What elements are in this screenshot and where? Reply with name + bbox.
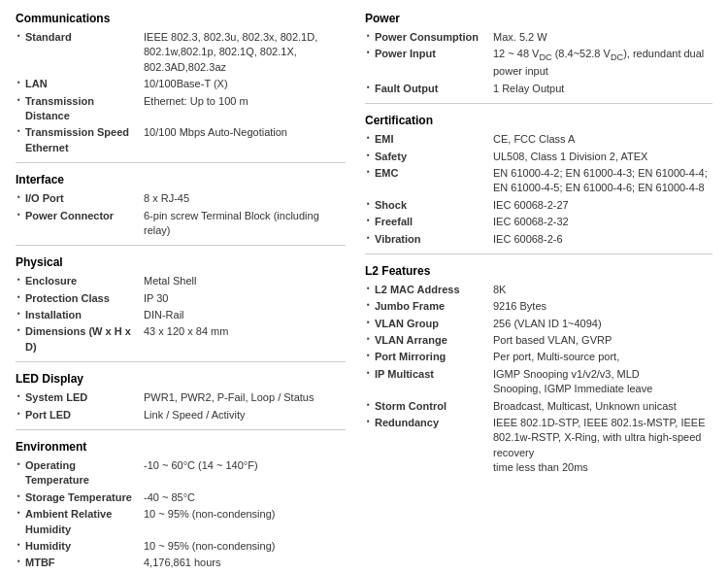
spec-value: IGMP Snooping v1/v2/v3, MLDSnooping, IGM… — [491, 366, 712, 398]
spec-value: PWR1, PWR2, P-Fail, Loop / Status — [142, 389, 346, 406]
spec-label: IP Multicast — [365, 366, 491, 398]
led-title: LED Display — [16, 372, 346, 386]
table-row: VLAN Arrange Port based VLAN, GVRP — [365, 332, 712, 349]
table-row: Storage Temperature -40 ~ 85°C — [16, 490, 346, 506]
spec-label: Humidity — [16, 538, 142, 555]
spec-label: LAN — [16, 76, 142, 92]
spec-value: IEEE 802.1D-STP, IEEE 802.1s-MSTP, IEEE8… — [491, 415, 712, 477]
communications-table: Standard IEEE 802.3, 802.3u, 802.3x, 802… — [16, 29, 346, 156]
table-row: Safety UL508, Class 1 Division 2, ATEX — [365, 149, 712, 165]
table-row: Power Connector 6-pin screw Terminal Blo… — [16, 208, 346, 240]
spec-value: IEC 60068-2-6 — [491, 231, 712, 248]
spec-label: Vibration — [365, 231, 491, 248]
spec-value: Ethernet: Up to 100 m — [142, 93, 346, 125]
spec-value: 9216 Bytes — [491, 298, 712, 315]
table-row: I/O Port 8 x RJ-45 — [16, 190, 346, 207]
spec-value: 10 ~ 95% (non-condensing) — [142, 538, 346, 555]
spec-label: Power Connector — [16, 208, 142, 240]
spec-label: Protection Class — [16, 290, 142, 307]
table-row: Vibration IEC 60068-2-6 — [365, 231, 712, 248]
table-row: LAN 10/100Base-T (X) — [16, 76, 346, 92]
communications-title: Communications — [16, 12, 346, 25]
spec-value: Port based VLAN, GVRP — [491, 332, 712, 349]
spec-label: Storage Temperature — [16, 490, 142, 506]
table-row: Jumbo Frame 9216 Bytes — [365, 298, 712, 315]
table-row: Storm Control Broadcast, Multicast, Unkn… — [365, 398, 712, 415]
table-row: Power Input 12 ~ 48 VDC (8.4~52.8 VDC), … — [365, 46, 712, 80]
power-table: Power Consumption Max. 5.2 W Power Input… — [365, 29, 712, 97]
table-row: EMC EN 61000-4-2; EN 61000-4-3; EN 61000… — [365, 165, 712, 197]
spec-label: Safety — [365, 149, 491, 165]
table-row: Power Consumption Max. 5.2 W — [365, 29, 712, 46]
spec-value: UL508, Class 1 Division 2, ATEX — [491, 149, 712, 165]
l2-table: L2 MAC Address 8K Jumbo Frame 9216 Bytes… — [365, 282, 712, 477]
certification-table: EMI CE, FCC Class A Safety UL508, Class … — [365, 131, 712, 248]
spec-label: EMI — [365, 131, 491, 148]
table-row: Transmission Distance Ethernet: Up to 10… — [16, 93, 346, 125]
spec-label: Shock — [365, 197, 491, 214]
spec-label: Transmission Speed Ethernet — [16, 124, 142, 156]
right-column: Power Power Consumption Max. 5.2 W Power… — [365, 12, 712, 574]
table-row: Freefall IEC 60068-2-32 — [365, 214, 712, 230]
spec-value: 8 x RJ-45 — [142, 190, 346, 207]
spec-value: 6-pin screw Terminal Block (including re… — [142, 208, 346, 240]
spec-value: 8K — [491, 282, 712, 298]
spec-value: 12 ~ 48 VDC (8.4~52.8 VDC), redundant du… — [491, 46, 712, 80]
spec-label: Operating Temperature — [16, 457, 142, 490]
table-row: MTBF 4,176,861 hours — [16, 555, 346, 571]
table-row: Fault Output 1 Relay Output — [365, 81, 712, 97]
table-row: Operating Temperature -10 ~ 60°C (14 ~ 1… — [16, 457, 346, 490]
spec-value: CE, FCC Class A — [491, 131, 712, 148]
spec-label: Ambient Relative Humidity — [16, 506, 142, 538]
spec-value: -10 ~ 60°C (14 ~ 140°F) — [142, 457, 346, 490]
spec-value: DIN-Rail — [142, 307, 346, 323]
table-row: Installation DIN-Rail — [16, 307, 346, 323]
table-row: EMI CE, FCC Class A — [365, 131, 712, 148]
spec-value: -40 ~ 85°C — [142, 490, 346, 506]
interface-table: I/O Port 8 x RJ-45 Power Connector 6-pin… — [16, 190, 346, 239]
spec-value: IEC 60068-2-32 — [491, 214, 712, 230]
table-row: Enclosure Metal Shell — [16, 273, 346, 289]
spec-value: Per port, Multi-source port, — [491, 349, 712, 365]
spec-label: L2 MAC Address — [365, 282, 491, 298]
certification-title: Certification — [365, 114, 712, 127]
l2-title: L2 Features — [365, 264, 712, 278]
table-row: L2 MAC Address 8K — [365, 282, 712, 298]
spec-value: 10 ~ 95% (non-condensing) — [142, 506, 346, 538]
physical-title: Physical — [16, 255, 346, 269]
table-row: VLAN Group 256 (VLAN ID 1~4094) — [365, 316, 712, 332]
spec-label: VLAN Arrange — [365, 332, 491, 349]
spec-label: I/O Port — [16, 190, 142, 207]
spec-label: Installation — [16, 307, 142, 323]
spec-value: 43 x 120 x 84 mm — [142, 323, 346, 355]
spec-label: Redundancy — [365, 415, 491, 477]
environment-title: Environment — [16, 440, 346, 454]
spec-label: Transmission Distance — [16, 93, 142, 125]
physical-table: Enclosure Metal Shell Protection Class I… — [16, 273, 346, 355]
table-row: Transmission Speed Ethernet 10/100 Mbps … — [16, 124, 346, 156]
spec-value: Link / Speed / Activity — [142, 407, 346, 423]
spec-value: Max. 5.2 W — [491, 29, 712, 46]
environment-table: Operating Temperature -10 ~ 60°C (14 ~ 1… — [16, 457, 346, 572]
spec-label: Port LED — [16, 407, 142, 423]
table-row: Dimensions (W x H x D) 43 x 120 x 84 mm — [16, 323, 346, 355]
table-row: Humidity 10 ~ 95% (non-condensing) — [16, 538, 346, 555]
spec-label: MTBF — [16, 555, 142, 571]
led-table: System LED PWR1, PWR2, P-Fail, Loop / St… — [16, 389, 346, 423]
spec-label: Power Input — [365, 46, 491, 80]
spec-label: Enclosure — [16, 273, 142, 289]
left-column: Communications Standard IEEE 802.3, 802.… — [16, 12, 346, 574]
table-row: Redundancy IEEE 802.1D-STP, IEEE 802.1s-… — [365, 415, 712, 477]
table-row: Port LED Link / Speed / Activity — [16, 407, 346, 423]
spec-value: Metal Shell — [142, 273, 346, 289]
power-title: Power — [365, 12, 712, 25]
spec-value: IP 30 — [142, 290, 346, 307]
spec-value: 1 Relay Output — [491, 81, 712, 97]
spec-label: Jumbo Frame — [365, 298, 491, 315]
table-row: Protection Class IP 30 — [16, 290, 346, 307]
spec-label: Dimensions (W x H x D) — [16, 323, 142, 355]
spec-value: 4,176,861 hours — [142, 555, 346, 571]
table-row: Ambient Relative Humidity 10 ~ 95% (non-… — [16, 506, 346, 538]
table-row: Shock IEC 60068-2-27 — [365, 197, 712, 214]
spec-label: System LED — [16, 389, 142, 406]
